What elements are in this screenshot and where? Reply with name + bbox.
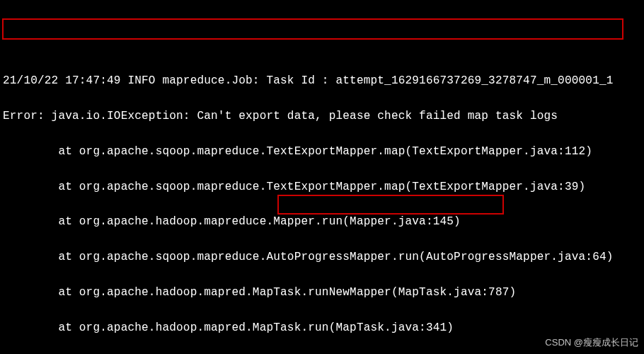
log-line-stack: at org.apache.sqoop.mapreduce.AutoProgre… [3,249,641,266]
log-line-stack: at org.apache.sqoop.mapreduce.TextExport… [3,178,641,196]
log-line: 21/10/22 17:47:49 INFO mapreduce.Job: Ta… [3,72,641,90]
highlight-box-error [2,18,623,40]
log-line-stack: at org.apache.hadoop.mapred.MapTask.run(… [3,319,641,337]
log-line-stack: at org.apache.hadoop.mapred.MapTask.runN… [3,284,641,302]
watermark-text: CSDN @瘦瘦成长日记 [545,336,638,350]
log-line-error: Error: java.io.IOException: Can't export… [3,108,641,125]
log-line-stack: at org.apache.sqoop.mapreduce.TextExport… [3,143,641,161]
log-line-stack: at org.apache.hadoop.mapreduce.Mapper.ru… [3,213,641,231]
highlight-box-parse [277,195,504,215]
